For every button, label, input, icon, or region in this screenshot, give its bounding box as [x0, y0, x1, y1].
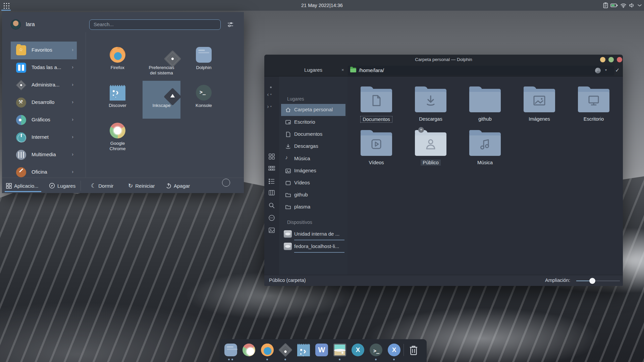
- details-view-button[interactable]: [268, 178, 275, 185]
- dock-writer-icon[interactable]: W: [315, 344, 328, 356]
- dock-code-icon[interactable]: X: [352, 344, 364, 356]
- clipboard-icon[interactable]: [603, 2, 608, 8]
- sidebar-item-internet[interactable]: Internet ›: [11, 129, 77, 146]
- collapse-session-buttons[interactable]: [222, 179, 230, 187]
- office-icon: [16, 167, 26, 177]
- places-panel-close-icon[interactable]: ×: [341, 64, 344, 76]
- chrome-icon: [110, 123, 125, 138]
- maximize-button[interactable]: [608, 57, 614, 62]
- panel-chevron-down-icon[interactable]: [637, 4, 642, 7]
- tab-lugares[interactable]: Lugares: [49, 178, 75, 193]
- dock-firefox-icon[interactable]: [261, 344, 274, 356]
- dock-discover-icon[interactable]: [297, 344, 310, 356]
- user-avatar[interactable]: [11, 19, 21, 29]
- favorite-inkscape[interactable]: Inkscape: [143, 81, 180, 119]
- sidebar-item-desarrollo[interactable]: Desarrollo ›: [11, 94, 77, 112]
- device-usage-bar: [294, 240, 344, 240]
- volume-icon[interactable]: [629, 3, 635, 8]
- folder-documentos[interactable]: [361, 89, 392, 112]
- folder-label-publico[interactable]: Público: [406, 160, 456, 166]
- preview-button[interactable]: [268, 227, 275, 234]
- restart-button[interactable]: ↻ Reiniciar: [128, 178, 155, 193]
- folder-label-documentos[interactable]: Documentos: [351, 116, 401, 123]
- dock-system-settings-icon[interactable]: [279, 344, 292, 356]
- sidebar-item-todas-las-aplicaciones[interactable]: Todas las a... ›: [11, 59, 77, 77]
- folder-label-imagenes[interactable]: Imágenes: [514, 116, 565, 122]
- dock-dolphin-icon[interactable]: [224, 344, 237, 356]
- digital-clock[interactable]: 21 May 2022|14:36: [0, 0, 644, 11]
- folder-label-videos[interactable]: Vídeos: [351, 160, 401, 166]
- place-musica[interactable]: ♪ Música: [281, 153, 345, 165]
- sleep-button[interactable]: ☾ Dormir: [91, 178, 113, 193]
- place-descargas[interactable]: Descargas: [281, 140, 345, 153]
- folder-musica[interactable]: [469, 132, 501, 156]
- sidebar-item-label: Administra...: [32, 82, 59, 87]
- icons-view-button[interactable]: [268, 153, 275, 160]
- favorite-preferencias-del-sistema[interactable]: Preferenciasdel sistema: [143, 43, 180, 81]
- shutdown-button[interactable]: Apagar: [166, 178, 190, 193]
- place-plasma[interactable]: plasma: [281, 201, 345, 213]
- compact-view-button[interactable]: [268, 165, 275, 172]
- folder-escritorio[interactable]: [578, 89, 609, 112]
- configure-icon[interactable]: [227, 21, 234, 29]
- running-indicator-dot: [228, 359, 230, 360]
- device-unidad-interna[interactable]: Unidad interna de ...: [281, 228, 345, 240]
- sidebar-item-multimedia[interactable]: Multimedia ›: [11, 146, 77, 164]
- places-panel-title: Lugares: [279, 64, 347, 76]
- favorite-discover[interactable]: Discover: [99, 81, 137, 119]
- wifi-icon[interactable]: [620, 3, 627, 8]
- search-button[interactable]: [268, 202, 275, 209]
- folder-publico[interactable]: [415, 132, 446, 156]
- folder-label-github[interactable]: github: [460, 116, 510, 122]
- folder-label-escritorio[interactable]: Escritorio: [569, 116, 619, 122]
- place-documentos[interactable]: Documentos: [281, 128, 345, 140]
- location-caret-down-icon[interactable]: ▾: [605, 68, 607, 72]
- folder-view[interactable]: Documentos Descargas github Imágenes Esc…: [347, 76, 623, 275]
- place-imagenes[interactable]: Imágenes: [281, 165, 345, 177]
- window-titlebar[interactable]: Carpeta personal — Dolphin: [264, 55, 623, 64]
- favorite-google-chrome[interactable]: GoogleChrome: [99, 119, 137, 157]
- more-options-button[interactable]: [268, 214, 275, 222]
- dock-trash-icon[interactable]: [409, 345, 419, 356]
- sidebar-item-oficina[interactable]: Oficina ›: [11, 164, 77, 178]
- zoom-slider[interactable]: [576, 281, 620, 281]
- device-fedora-localhost[interactable]: fedora_localhost-li...: [281, 241, 345, 253]
- application-launcher-menu: lara Search... Favoritos › Todas las a..…: [2, 12, 244, 193]
- sidebar-item-favoritos[interactable]: Favoritos ›: [11, 42, 77, 59]
- search-input[interactable]: Search...: [89, 19, 221, 30]
- window-left-toolbar: ‹▾ ›▾: [264, 76, 279, 275]
- favorite-dolphin[interactable]: Dolphin: [185, 43, 223, 81]
- free-space-icon[interactable]: [595, 68, 601, 73]
- close-button[interactable]: [617, 57, 622, 62]
- favorite-konsole[interactable]: Konsole: [185, 81, 223, 119]
- minimize-button[interactable]: [600, 57, 605, 62]
- dock-chrome-icon[interactable]: [243, 344, 255, 356]
- place-carpeta-personal[interactable]: Carpeta personal: [281, 104, 345, 116]
- power-icon: [166, 183, 171, 189]
- favorite-firefox[interactable]: Firefox: [99, 43, 137, 81]
- folder-imagenes[interactable]: [524, 89, 555, 112]
- folder-github[interactable]: [469, 89, 501, 112]
- place-videos[interactable]: Vídeos: [281, 177, 345, 189]
- forward-button[interactable]: ›▾: [267, 103, 279, 110]
- folder-label-descargas[interactable]: Descargas: [406, 116, 456, 122]
- dock-gallery-icon[interactable]: [333, 344, 346, 356]
- location-bar[interactable]: /home/lara/ ▾: [348, 66, 614, 75]
- place-escritorio[interactable]: Escritorio: [281, 116, 345, 128]
- sidebar-item-graficos[interactable]: Gráficos ›: [11, 111, 77, 129]
- dock-konsole-icon[interactable]: [370, 344, 382, 356]
- folder-descargas[interactable]: [415, 89, 446, 112]
- dock-x-icon[interactable]: X: [388, 344, 400, 356]
- back-button[interactable]: ‹▾: [267, 91, 279, 98]
- folder-label-musica[interactable]: Música: [460, 160, 510, 166]
- accept-button[interactable]: ✓: [615, 67, 620, 73]
- place-github[interactable]: github: [281, 189, 345, 201]
- home-icon: [285, 107, 291, 113]
- sidebar-item-administracion[interactable]: Administra... ›: [11, 76, 77, 94]
- split-view-button[interactable]: [268, 189, 275, 196]
- folder-videos[interactable]: [361, 132, 392, 156]
- battery-icon[interactable]: [610, 3, 618, 8]
- restart-icon: ↻: [128, 182, 133, 189]
- zoom-slider-handle[interactable]: [589, 278, 595, 284]
- select-plus-badge[interactable]: +: [418, 127, 424, 133]
